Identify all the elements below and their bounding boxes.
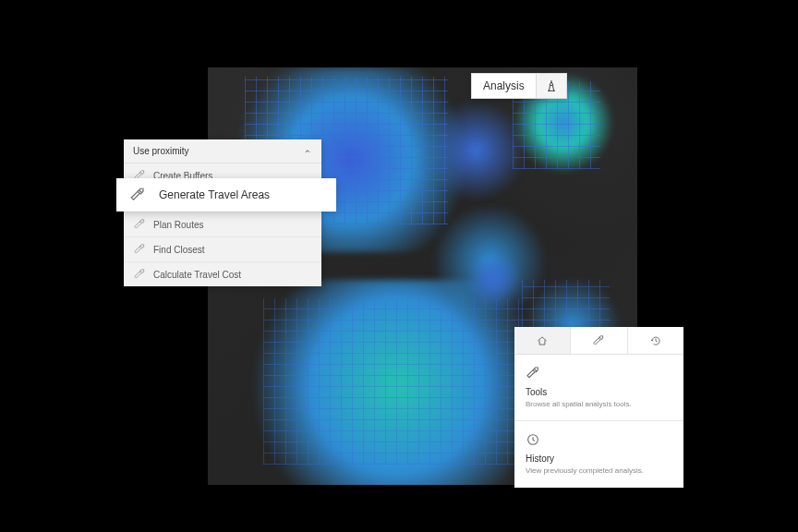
hammer-icon: [129, 187, 146, 203]
analysis-button[interactable]: Analysis: [471, 73, 567, 99]
analysis-icon: [536, 74, 566, 98]
hammer-icon: [526, 366, 540, 381]
tools-title: Tools: [526, 387, 672, 397]
history-section[interactable]: History View previously completed analys…: [514, 421, 683, 487]
tool-label: Find Closest: [153, 245, 205, 255]
clock-icon: [526, 432, 540, 447]
history-icon: [649, 334, 662, 347]
hammer-icon: [133, 218, 146, 231]
tool-plan-routes[interactable]: Plan Routes: [124, 212, 321, 237]
tool-calculate-travel-cost[interactable]: Calculate Travel Cost: [124, 262, 321, 286]
tool-label: Plan Routes: [153, 220, 203, 230]
hammer-icon: [133, 243, 146, 256]
home-icon: [536, 334, 549, 347]
history-description: View previously completed analysis.: [526, 466, 672, 476]
tab-history[interactable]: [628, 327, 683, 354]
chevron-up-icon: [303, 147, 312, 156]
tab-tools[interactable]: [571, 327, 627, 354]
tools-description: Browse all spatial analysis tools.: [526, 400, 672, 409]
tool-find-closest[interactable]: Find Closest: [124, 237, 321, 262]
proximity-header[interactable]: Use proximity: [124, 139, 321, 163]
tools-tabs: [514, 327, 683, 355]
tools-section[interactable]: Tools Browse all spatial analysis tools.: [514, 355, 683, 420]
history-title: History: [526, 453, 672, 464]
proximity-panel: Use proximity Create Buffers Plan Routes…: [124, 139, 321, 286]
hammer-icon: [133, 268, 146, 281]
tool-label: Generate Travel Areas: [159, 188, 270, 201]
tool-label: Calculate Travel Cost: [153, 270, 241, 280]
hammer-icon: [592, 334, 605, 347]
tool-generate-travel-areas[interactable]: Generate Travel Areas: [116, 178, 336, 212]
tab-home[interactable]: [514, 327, 571, 354]
tools-history-panel: Tools Browse all spatial analysis tools.…: [514, 327, 683, 488]
proximity-title: Use proximity: [133, 146, 189, 156]
analysis-label: Analysis: [472, 74, 536, 98]
